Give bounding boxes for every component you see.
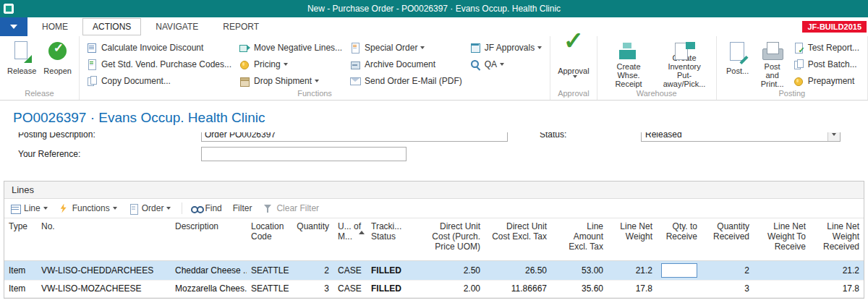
tab-navigate[interactable]: NAVIGATE: [145, 18, 208, 35]
col-quantity[interactable]: Quantity: [292, 218, 333, 260]
approval-check-icon: [561, 40, 586, 64]
build-badge: JF-BUILD2015: [802, 21, 867, 33]
col-line-net-weight-to-receive[interactable]: Line Net Weight To Receive: [754, 218, 810, 260]
printer-icon: [760, 40, 785, 60]
ribbon-group-functions: Calculate Invoice Discount Get Std. Vend…: [80, 36, 550, 100]
table-row[interactable]: Item VW-LISO-MOZACHEESE Mozzarella Chees…: [4, 280, 864, 297]
create-inventory-putaway-pick-button[interactable]: Create Inventory Put-away/Pick...: [656, 38, 712, 88]
lightning-icon: [59, 203, 69, 214]
tab-actions[interactable]: ACTIONS: [82, 18, 141, 35]
app-menu-button[interactable]: [0, 17, 27, 36]
send-order-email-button[interactable]: Send Order E-Mail (PDF): [349, 74, 462, 88]
ribbon-group-approval: Approval Approval: [550, 36, 597, 100]
ribbon-group-label-functions: Functions: [83, 88, 546, 100]
shipment-box-icon: [239, 75, 250, 87]
release-button[interactable]: Release: [4, 38, 40, 88]
jf-approvals-button[interactable]: JF Approvals: [469, 41, 542, 54]
col-line-net-weight[interactable]: Line Net Weight: [608, 218, 657, 260]
document-codes-icon: [86, 59, 98, 70]
chevron-down-icon: [420, 46, 425, 49]
archive-icon: [349, 59, 361, 70]
approval-button[interactable]: Approval: [554, 38, 592, 88]
copy-document-button[interactable]: Copy Document...: [86, 74, 231, 88]
archive-document-button[interactable]: Archive Document: [349, 58, 462, 71]
funnel-icon: [263, 203, 273, 214]
ribbon-group-label-posting: Posting: [720, 88, 864, 100]
functions-menu-button[interactable]: Functions: [59, 203, 117, 214]
col-qty-to-receive[interactable]: Qty. to Receive: [657, 218, 702, 260]
ribbon: Release Reopen Release Calculate Invoice…: [0, 36, 868, 101]
binoculars-icon: [191, 203, 202, 214]
lines-table: Type No. Description Location Code Quant…: [4, 218, 864, 298]
order-document-icon: [128, 203, 139, 214]
ribbon-group-warehouse: Create Whse. Receipt Create Inventory Pu…: [597, 36, 717, 100]
drop-shipment-button[interactable]: Drop Shipment: [239, 74, 342, 88]
post-button[interactable]: Post...: [720, 38, 755, 88]
chevron-down-icon: [832, 133, 836, 136]
inventory-putaway-icon: [672, 40, 697, 51]
move-negative-lines-button[interactable]: Move Negative Lines...: [239, 41, 342, 54]
col-type[interactable]: Type: [4, 218, 37, 260]
warehouse-receipt-icon: [616, 40, 641, 60]
col-location-code[interactable]: Location Code: [247, 218, 292, 260]
calculate-invoice-discount-button[interactable]: Calculate Invoice Discount: [86, 41, 231, 54]
ribbon-group-label-warehouse: Warehouse: [601, 88, 712, 100]
special-order-icon: [349, 42, 361, 54]
title-bar: New - Purchase Order - PO0026397 · Evans…: [0, 0, 868, 17]
tracking-status-badge: FILLED: [367, 260, 416, 280]
posting-description-input[interactable]: [201, 132, 508, 142]
col-quantity-received[interactable]: Quantity Received: [702, 218, 754, 260]
pricing-button[interactable]: Pricing: [239, 58, 342, 71]
status-dropdown[interactable]: Released: [641, 132, 841, 142]
lines-header[interactable]: Lines: [4, 182, 864, 199]
chevron-down-icon: [315, 80, 319, 82]
table-row[interactable]: Item VW-LISO-CHEDDARCHEES Cheddar Cheese…: [4, 260, 864, 280]
app-icon: [4, 4, 14, 14]
tab-home[interactable]: HOME: [32, 18, 78, 35]
post-and-print-button[interactable]: Post and Print...: [755, 38, 790, 88]
col-tracking-status[interactable]: Tracki... Status: [367, 218, 416, 260]
status-label: Status:: [540, 132, 641, 140]
your-reference-input[interactable]: [201, 147, 407, 161]
find-button[interactable]: Find: [191, 203, 221, 214]
clear-filter-button[interactable]: Clear Filter: [263, 203, 319, 214]
special-order-button[interactable]: Special Order: [349, 41, 462, 54]
line-grid-icon: [10, 203, 21, 214]
reopen-icon: [46, 40, 70, 64]
release-icon: [9, 40, 34, 64]
col-line-net-weight-received[interactable]: Line Net Weight Received: [810, 218, 864, 260]
col-direct-unit-cost-excl-tax[interactable]: Direct Unit Cost Excl. Tax: [485, 218, 551, 260]
post-batch-button[interactable]: Post Batch...: [793, 58, 859, 71]
magnifier-icon: [469, 59, 481, 70]
your-reference-label: Your Reference:: [18, 149, 201, 159]
chevron-down-icon: [284, 63, 288, 66]
test-report-button[interactable]: Test Report...: [793, 41, 859, 54]
post-document-icon: [726, 40, 750, 64]
prepayment-button[interactable]: Prepayment: [793, 74, 859, 88]
calculator-icon: [86, 42, 98, 54]
create-whse-receipt-button[interactable]: Create Whse. Receipt: [601, 38, 657, 88]
tracking-status-badge: FILLED: [367, 280, 416, 297]
chevron-down-icon: [10, 25, 17, 29]
test-report-icon: [793, 42, 804, 54]
col-direct-unit-cost-ppu[interactable]: Direct Unit Cost (Purch. Price UOM): [416, 218, 485, 260]
qty-to-receive-editor[interactable]: [661, 263, 697, 278]
ribbon-group-posting: Post... Post and Print... Test Report...…: [717, 36, 868, 100]
order-menu-button[interactable]: Order: [128, 203, 171, 214]
tab-report[interactable]: REPORT: [213, 18, 269, 35]
filter-button[interactable]: Filter: [233, 203, 252, 213]
pricing-icon: [239, 59, 250, 70]
col-no[interactable]: No.: [37, 218, 171, 260]
copy-icon: [86, 75, 98, 87]
col-unit-of-measure[interactable]: U... of M...: [333, 218, 367, 260]
general-fields: Posting Description: Status: Released Yo…: [0, 132, 868, 163]
get-std-vend-purchase-codes-button[interactable]: Get Std. Vend. Purchase Codes...: [86, 58, 231, 71]
dropdown-button[interactable]: [827, 132, 840, 141]
status-value: Released: [645, 132, 682, 140]
posting-description-label: Posting Description:: [18, 132, 201, 140]
line-menu-button[interactable]: Line: [10, 203, 48, 214]
col-description[interactable]: Description: [171, 218, 247, 260]
reopen-button[interactable]: Reopen: [40, 38, 75, 88]
col-line-amount-excl-tax[interactable]: Line Amount Excl. Tax: [551, 218, 608, 260]
qa-button[interactable]: QA: [469, 58, 542, 71]
